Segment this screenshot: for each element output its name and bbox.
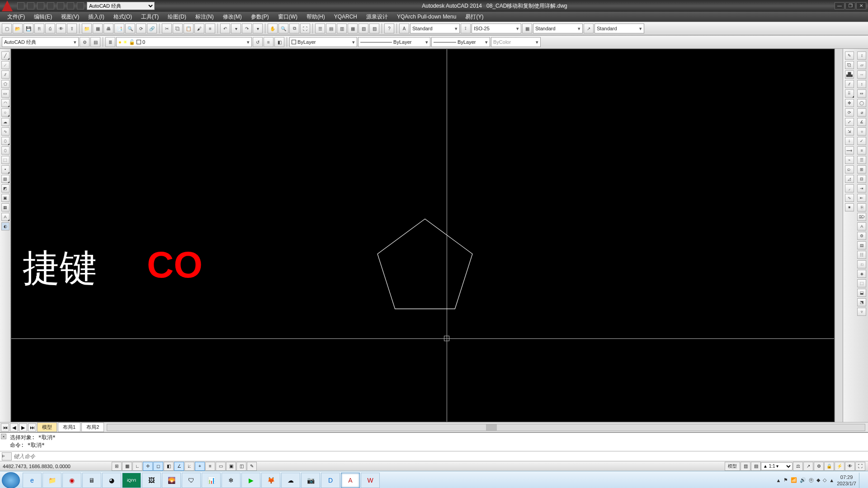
menu-param[interactable]: 参数(P) xyxy=(246,13,274,21)
line-icon[interactable]: ╱ xyxy=(1,52,9,60)
cut-icon[interactable]: ✂ xyxy=(162,23,172,33)
ss-icon[interactable]: ▦ xyxy=(348,23,358,33)
dyn-toggle[interactable]: + xyxy=(195,462,205,471)
d8-icon[interactable]: ✓ xyxy=(857,137,866,145)
stretch-icon[interactable]: ⇲ xyxy=(845,127,854,136)
undo-menu-icon[interactable]: ▾ xyxy=(231,23,241,33)
task-ie-icon[interactable]: e xyxy=(23,473,42,488)
menu-tools[interactable]: 工具(T) xyxy=(137,13,163,21)
d19-icon[interactable]: ▤ xyxy=(857,241,866,249)
circle-icon[interactable]: ○ xyxy=(1,108,9,117)
task-app5-icon[interactable]: ❄ xyxy=(222,473,241,488)
layer-iso-icon[interactable]: ◧ xyxy=(274,37,284,47)
pline-icon[interactable]: ⫽ xyxy=(1,70,9,79)
link-icon[interactable]: 🔗 xyxy=(147,23,157,33)
task-autocad-icon[interactable]: A xyxy=(341,473,360,488)
copy2-icon[interactable]: ⿻ xyxy=(845,61,854,69)
cmd-close-icon[interactable]: × xyxy=(1,434,6,439)
am-toggle[interactable]: ✎ xyxy=(247,462,257,471)
start-button[interactable] xyxy=(2,472,20,488)
matchl-icon[interactable]: ≡ xyxy=(205,23,215,33)
table-icon[interactable]: ▦ xyxy=(1,203,9,211)
menu-view[interactable]: 视图(V) xyxy=(57,13,84,21)
color-combo[interactable]: ByLayer▾ xyxy=(289,37,357,47)
dimstyle-combo[interactable]: ISO-25▾ xyxy=(472,23,521,33)
d9-icon[interactable]: ≡ xyxy=(857,146,866,155)
d5-icon[interactable]: ⌀ xyxy=(857,108,866,117)
otrack-toggle[interactable]: ∠ xyxy=(174,462,184,471)
tab-next-icon[interactable]: ▶ xyxy=(19,423,27,432)
clean-icon[interactable]: ⛶ xyxy=(855,462,865,471)
task-app6-icon[interactable]: ▶ xyxy=(241,473,260,488)
restore-button[interactable]: ❐ xyxy=(845,2,855,9)
d21-icon[interactable]: ⏍ xyxy=(857,260,866,268)
horizontal-scrollbar[interactable] xyxy=(107,424,865,431)
tab-layout1[interactable]: 布局1 xyxy=(58,422,80,432)
show-desktop-button[interactable] xyxy=(859,473,863,488)
task-app9-icon[interactable]: D xyxy=(321,473,340,488)
rotate-icon[interactable]: ⟳ xyxy=(845,108,854,117)
block-icon[interactable]: ⬚ xyxy=(1,156,9,164)
ws-settings-icon[interactable]: ⚙ xyxy=(80,37,90,47)
d22-icon[interactable]: ◈ xyxy=(857,270,866,278)
task-netease-icon[interactable]: ◉ xyxy=(62,473,81,488)
dimstyle-icon[interactable]: ⟟ xyxy=(461,23,471,33)
break-icon[interactable]: ⌁ xyxy=(845,156,854,164)
explode-icon[interactable]: ✷ xyxy=(845,203,854,211)
layer-prev-icon[interactable]: ↺ xyxy=(253,37,263,47)
qat-new-icon[interactable] xyxy=(17,2,24,9)
menu-file[interactable]: 文件(F) xyxy=(3,13,29,21)
layer-manager-icon[interactable]: ≣ xyxy=(105,37,115,47)
task-app3-icon[interactable]: 🛡 xyxy=(182,473,201,488)
polar-toggle[interactable]: ✛ xyxy=(143,462,153,471)
pan-icon[interactable]: ✋ xyxy=(268,23,278,33)
point-icon[interactable]: • xyxy=(1,165,9,174)
match-icon[interactable]: 🖌 xyxy=(194,23,204,33)
menu-dim[interactable]: 标注(N) xyxy=(191,13,218,21)
qat-save-icon[interactable] xyxy=(37,2,44,9)
task-firefox-icon[interactable]: 🦊 xyxy=(261,473,280,488)
undo-icon[interactable]: ↶ xyxy=(220,23,230,33)
d13-icon[interactable]: ⇥ xyxy=(857,184,866,192)
anno-auto-icon[interactable]: ↗ xyxy=(803,462,813,471)
ellipse-icon[interactable]: ⬯ xyxy=(1,137,9,145)
d17-icon[interactable]: A xyxy=(857,222,866,230)
preview-icon[interactable]: 👁 xyxy=(56,23,66,33)
drawing-area[interactable]: 捷键 CO xyxy=(11,49,835,422)
lineweight-combo[interactable]: ByLayer▾ xyxy=(431,37,490,47)
anno-vis-icon[interactable]: ⚖ xyxy=(793,462,803,471)
find-icon[interactable]: 🔍 xyxy=(125,23,135,33)
qat-undo-icon[interactable] xyxy=(47,2,54,9)
menu-format[interactable]: 格式(O) xyxy=(109,13,137,21)
d1-icon[interactable]: ↔ xyxy=(857,70,866,79)
d12-icon[interactable]: ⊟ xyxy=(857,175,866,183)
tray-ime-icon[interactable]: ㊥ xyxy=(809,477,814,483)
tab-prev-icon[interactable]: ◀ xyxy=(10,423,18,432)
minimize-button[interactable]: — xyxy=(835,2,844,9)
cmd-prompt-icon[interactable]: ▹ xyxy=(2,452,12,460)
tab-layout2[interactable]: 布局2 xyxy=(81,422,104,432)
d14-icon[interactable]: ⇤ xyxy=(857,194,866,202)
gradient-icon[interactable]: ◩ xyxy=(1,184,9,192)
save-icon[interactable]: 💾 xyxy=(24,23,33,33)
menu-yuanquan[interactable]: 源泉设计 xyxy=(362,13,392,21)
command-input[interactable] xyxy=(14,453,868,460)
d7-icon[interactable]: ⟐ xyxy=(857,127,866,136)
qp-toggle[interactable]: ▣ xyxy=(226,462,236,471)
menu-draw[interactable]: 绘图(D) xyxy=(163,13,191,21)
anno-scale-combo[interactable]: ▲ 1:1 ▾ xyxy=(761,462,793,470)
tab-model[interactable]: 模型 xyxy=(37,422,57,432)
qat-more-icon[interactable] xyxy=(77,2,84,9)
tablestyle-combo[interactable]: Standard▾ xyxy=(533,23,583,33)
revcloud-icon[interactable]: ☁ xyxy=(1,118,9,126)
menu-insert[interactable]: 插入(I) xyxy=(84,13,108,21)
coords-readout[interactable]: 4482.7473, 1686.8830, 0.0000 xyxy=(3,464,111,469)
tray-a3-icon[interactable]: ▲ xyxy=(829,478,834,483)
open-icon[interactable]: 📂 xyxy=(13,23,23,33)
task-chrome-icon[interactable]: ◕ xyxy=(102,473,121,488)
rectangle-icon[interactable]: ▭ xyxy=(1,89,9,98)
batch-icon[interactable]: 📑 xyxy=(114,23,124,33)
tray-a1-icon[interactable]: ◆ xyxy=(816,477,820,483)
ellipsearc-icon[interactable]: ⬯ xyxy=(1,146,9,155)
d20-icon[interactable]: ☷ xyxy=(857,251,866,259)
